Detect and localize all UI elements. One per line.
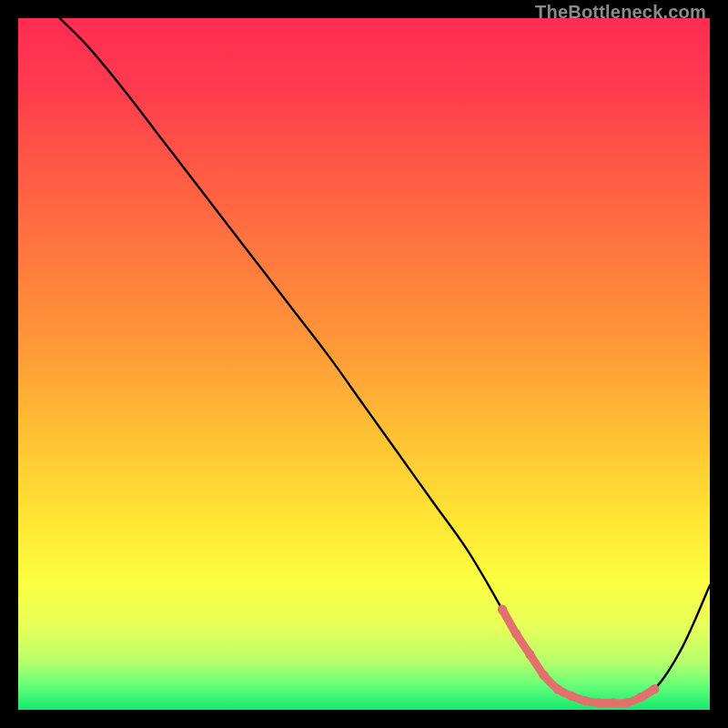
optimal-range-marker (539, 671, 548, 680)
gradient-background (18, 18, 710, 710)
optimal-range-marker (608, 698, 617, 707)
optimal-range-marker (650, 684, 659, 693)
optimal-range-marker (553, 684, 562, 693)
optimal-range-marker (525, 650, 534, 659)
optimal-range-marker (594, 698, 603, 707)
optimal-range-marker (511, 629, 521, 638)
optimal-range-marker (622, 698, 632, 707)
bottleneck-chart (18, 18, 710, 710)
watermark-text: TheBottleneck.com (535, 2, 706, 23)
optimal-range-marker (498, 605, 507, 614)
optimal-range-marker (567, 692, 576, 701)
optimal-range-marker (581, 696, 590, 705)
optimal-range-marker (636, 693, 645, 702)
chart-frame (18, 18, 710, 710)
